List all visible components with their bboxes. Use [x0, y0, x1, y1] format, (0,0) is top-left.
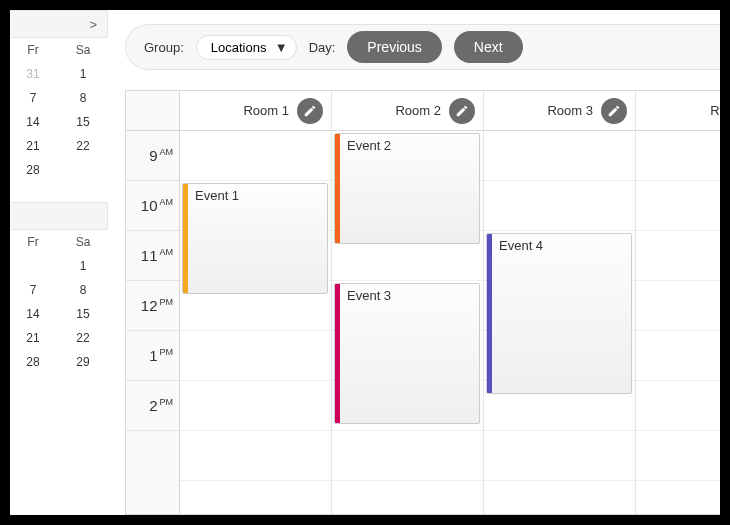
calendar-day[interactable] — [8, 254, 58, 278]
time-label: 12PM — [126, 281, 179, 331]
mini-calendar-1[interactable]: 2025 > ThFrSa 303116781314152021222728 — [0, 10, 108, 182]
scheduler-corner — [126, 91, 180, 130]
column-header: Room — [636, 91, 720, 130]
group-select[interactable]: Locations — [211, 40, 283, 55]
day-label: Day: — [309, 40, 336, 55]
calendar-day[interactable]: 30 — [0, 62, 8, 86]
next-button[interactable]: Next — [454, 31, 523, 63]
calendar-day[interactable]: 27 — [0, 158, 8, 182]
calendar-day[interactable]: 1 — [58, 62, 108, 86]
event-title: Event 4 — [499, 238, 625, 253]
edit-room-button[interactable] — [449, 98, 475, 124]
column-header: Room 2 — [332, 91, 484, 130]
calendar-day[interactable]: 31 — [8, 62, 58, 86]
event-color-bar — [183, 184, 188, 293]
edit-room-button[interactable] — [297, 98, 323, 124]
calendar-day[interactable]: 21 — [8, 326, 58, 350]
calendar-day[interactable]: 13 — [0, 110, 8, 134]
calendar-day[interactable]: 29 — [58, 350, 108, 374]
scheduler-grid[interactable]: Event 1Event 2Event 3Event 4 — [180, 131, 720, 514]
weekday-label: Sa — [58, 38, 108, 62]
group-label: Group: — [144, 40, 184, 55]
calendar-event[interactable]: Event 1 — [182, 183, 328, 294]
event-title: Event 3 — [347, 288, 473, 303]
scheduler-header: Room 1Room 2Room 3Room — [126, 91, 720, 131]
event-title: Event 1 — [195, 188, 321, 203]
event-color-bar — [487, 234, 492, 393]
pencil-icon — [303, 104, 317, 118]
calendar-event[interactable]: Event 2 — [334, 133, 480, 244]
calendar-event[interactable]: Event 4 — [486, 233, 632, 394]
calendar-day[interactable]: 15 — [58, 110, 108, 134]
column-header: Room 1 — [180, 91, 332, 130]
calendar-day[interactable]: 14 — [8, 302, 58, 326]
calendar-day[interactable]: 1 — [58, 254, 108, 278]
pencil-icon — [607, 104, 621, 118]
room-name: Room 3 — [547, 103, 593, 118]
calendar-day[interactable]: 21 — [8, 134, 58, 158]
calendar-day[interactable]: 28 — [8, 158, 58, 182]
calendar-day[interactable] — [58, 158, 108, 182]
calendar-day[interactable]: 6 — [0, 278, 8, 302]
calendar-day[interactable]: 8 — [58, 86, 108, 110]
time-label: 11AM — [126, 231, 179, 281]
calendar-day[interactable]: 20 — [0, 326, 8, 350]
time-label: 1PM — [126, 331, 179, 381]
time-label: 9AM — [126, 131, 179, 181]
calendar-day[interactable]: 7 — [8, 86, 58, 110]
time-label: 10AM — [126, 181, 179, 231]
room-name: Room 1 — [243, 103, 289, 118]
calendar-day[interactable]: 20 — [0, 134, 8, 158]
room-name: Room — [710, 103, 720, 118]
calendar-day[interactable] — [0, 254, 8, 278]
mini-calendar-2[interactable]: 2025 ThFrSa 1678131415202122272829 — [0, 202, 108, 374]
calendar-day[interactable]: 27 — [0, 350, 8, 374]
event-title: Event 2 — [347, 138, 473, 153]
calendar-day[interactable]: 6 — [0, 86, 8, 110]
previous-button[interactable]: Previous — [347, 31, 441, 63]
calendar-day[interactable]: 22 — [58, 326, 108, 350]
mini-calendar-next[interactable]: > — [85, 17, 101, 32]
grid-column[interactable] — [636, 131, 720, 514]
weekday-label: Sa — [58, 230, 108, 254]
scheduler: Room 1Room 2Room 3Room 9AM10AM11AM12PM1P… — [125, 90, 720, 515]
toolbar: Group: Locations ▼ Day: Previous Next — [125, 24, 720, 70]
time-label: 2PM — [126, 381, 179, 431]
calendar-day[interactable]: 8 — [58, 278, 108, 302]
time-axis: 9AM10AM11AM12PM1PM2PM — [126, 131, 180, 514]
calendar-day[interactable]: 15 — [58, 302, 108, 326]
weekday-label: Fr — [8, 230, 58, 254]
calendar-day[interactable]: 7 — [8, 278, 58, 302]
weekday-label: Th — [0, 230, 8, 254]
calendar-day[interactable]: 22 — [58, 134, 108, 158]
weekday-label: Th — [0, 38, 8, 62]
event-color-bar — [335, 134, 340, 243]
edit-room-button[interactable] — [601, 98, 627, 124]
calendar-event[interactable]: Event 3 — [334, 283, 480, 424]
calendar-day[interactable]: 14 — [8, 110, 58, 134]
column-header: Room 3 — [484, 91, 636, 130]
pencil-icon — [455, 104, 469, 118]
calendar-day[interactable]: 28 — [8, 350, 58, 374]
room-name: Room 2 — [395, 103, 441, 118]
group-select-wrap[interactable]: Locations ▼ — [196, 35, 297, 60]
event-color-bar — [335, 284, 340, 423]
mini-calendar-sidebar: 2025 > ThFrSa 303116781314152021222728 2… — [0, 10, 108, 394]
weekday-label: Fr — [8, 38, 58, 62]
calendar-day[interactable]: 13 — [0, 302, 8, 326]
